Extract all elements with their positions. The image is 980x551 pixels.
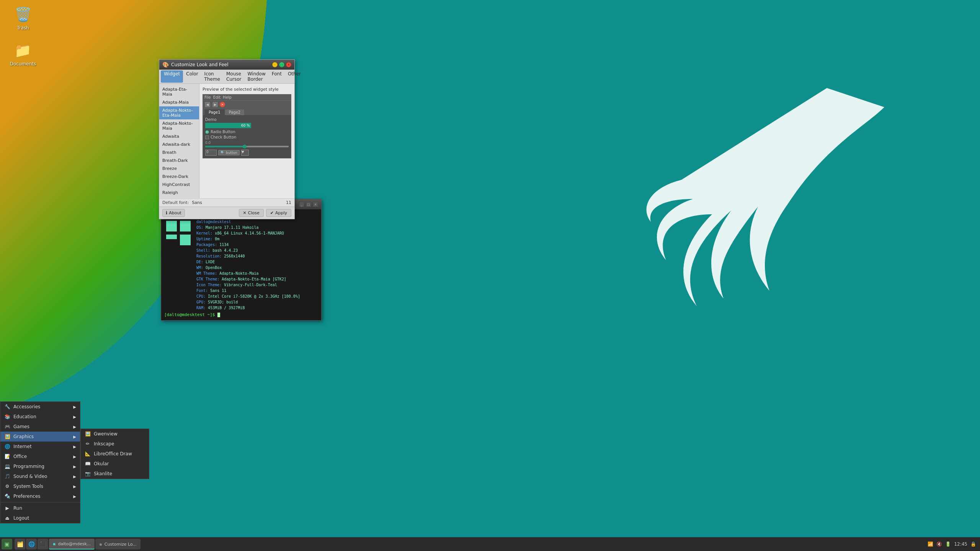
widget-highcontrast[interactable]: HighContrast	[159, 181, 199, 189]
preview-radio-button[interactable]	[205, 130, 209, 134]
preview-search-btn[interactable]: 🔍 button	[218, 150, 240, 155]
accessories-arrow: ▶	[73, 405, 76, 409]
inkscape-icon: ✏️	[85, 441, 91, 447]
info-wm-theme: Adapta-Nokto-Maia	[219, 271, 258, 276]
widget-adwaita-dark[interactable]: Adwaita-dark	[159, 140, 199, 148]
taskbar-file-manager[interactable]: 🗂️	[15, 539, 25, 549]
education-icon: 📚	[4, 414, 10, 420]
preview-back-btn[interactable]: ◀	[204, 101, 211, 108]
menu-graphics[interactable]: 🖼️ Graphics ▶	[0, 432, 80, 442]
preview-tabs: Page1 Page2	[203, 108, 291, 115]
terminal-close-btn[interactable]: ×	[313, 202, 318, 207]
minimize-button[interactable]: -	[272, 62, 278, 67]
menu-system-tools[interactable]: ⚙️ System Tools ▶	[0, 481, 80, 491]
taskbar-network-icon[interactable]: 📶	[928, 541, 933, 547]
graphics-arrow: ▶	[73, 435, 76, 439]
taskbar-battery-icon[interactable]: 🔋	[945, 541, 951, 547]
tab-font[interactable]: Font	[269, 70, 285, 83]
preview-spinbox[interactable]: 0	[205, 150, 217, 156]
taskbar-lock-icon[interactable]: 🔒	[970, 541, 976, 547]
terminal-minimize-btn[interactable]: _	[299, 202, 304, 207]
preview-fwd-btn[interactable]: ▶	[212, 101, 218, 108]
documents-icon[interactable]: 📁 Documents	[8, 40, 38, 68]
submenu-skanlite[interactable]: 📷 Skanlite	[81, 469, 149, 479]
tab-other[interactable]: Other	[285, 70, 304, 83]
taskbar-terminal-window[interactable]: ▪ dalto@mdesk...	[49, 539, 95, 549]
programming-label: Programming	[13, 464, 44, 469]
widget-adapta-maia[interactable]: Adapta-Maia	[159, 98, 199, 106]
taskbar-volume-icon[interactable]: 🔇	[936, 541, 942, 547]
search-icon: 🔍	[220, 151, 225, 155]
close-window-button[interactable]: ×	[286, 62, 291, 67]
about-label: About	[169, 210, 181, 215]
libreoffice-draw-label: LibreOffice Draw	[94, 451, 132, 456]
menu-run[interactable]: ▶ Run	[0, 503, 80, 513]
widget-breeze-dark[interactable]: Breeze-Dark	[159, 173, 199, 181]
info-de: LXDE	[206, 260, 215, 264]
app-menu-button[interactable]: ▣	[2, 539, 12, 549]
menu-accessories[interactable]: 🔧 Accessories ▶	[0, 402, 80, 412]
preview-checkbox-box[interactable]	[205, 135, 209, 139]
internet-icon: 🌐	[4, 443, 10, 450]
info-packages: 1134	[219, 243, 229, 247]
preview-menu-file[interactable]: File	[204, 95, 211, 99]
menu-education[interactable]: 📚 Education ▶	[0, 412, 80, 422]
taskbar-customize-window[interactable]: ▪ Customize Lo...	[95, 539, 140, 549]
preview-combo[interactable]: ▼	[241, 150, 249, 156]
close-label: Close	[248, 210, 260, 215]
menu-office[interactable]: 📝 Office ▶	[0, 452, 80, 461]
taskbar: ▣ 🗂️ 🌐 ⬛ ▪ dalto@mdesk... ▪ Customize Lo…	[0, 537, 980, 551]
terminal-maximize-btn[interactable]: □	[306, 202, 311, 207]
tab-icon-theme[interactable]: Icon Theme	[201, 70, 223, 83]
menu-internet[interactable]: 🌐 Internet ▶	[0, 442, 80, 452]
taskbar-apps: 🗂️ 🌐 ⬛ ▪ dalto@mdesk... ▪ Customize Lo..…	[12, 539, 928, 549]
widget-adapta-nokto-eta-maia[interactable]: Adapta-Nokto-Eta-Maia	[159, 106, 199, 119]
taskbar-terminal-icon[interactable]: ⬛	[38, 539, 48, 549]
games-label: Games	[13, 424, 29, 429]
desktop: 🗑️ Trash 📁 Documents 🎨 Customize Look an…	[0, 0, 980, 551]
preview-tab-page1[interactable]: Page1	[204, 109, 225, 115]
info-username: dalto@mdesktest	[196, 220, 231, 224]
widget-breath-dark[interactable]: Breath-Dark	[159, 156, 199, 165]
maximize-button[interactable]: □	[279, 62, 284, 67]
menu-preferences[interactable]: 🔩 Preferences ▶	[0, 491, 80, 501]
libreoffice-draw-icon: 📐	[85, 451, 91, 457]
submenu-libreoffice-draw[interactable]: 📐 LibreOffice Draw	[81, 449, 149, 459]
info-wm: OpenBox	[206, 266, 222, 270]
preview-radio: Radio Button	[205, 130, 289, 134]
tab-color[interactable]: Color	[183, 70, 201, 83]
widget-adwaita[interactable]: Adwaita	[159, 132, 199, 140]
submenu-inkscape[interactable]: ✏️ Inkscape	[81, 439, 149, 449]
menu-logout[interactable]: ⏏ Logout	[0, 513, 80, 523]
menu-sound-video[interactable]: 🎵 Sound & Video ▶	[0, 471, 80, 481]
tab-widget[interactable]: Widget	[161, 70, 183, 83]
widget-adapta-eta-maia[interactable]: Adapta-Eta-Maia	[159, 85, 199, 98]
widget-breath[interactable]: Breath	[159, 148, 199, 156]
apply-button[interactable]: ✔ Apply	[266, 209, 291, 217]
preview-slider-track[interactable]	[205, 146, 289, 147]
widget-list: Adapta-Eta-Maia Adapta-Maia Adapta-Nokto…	[159, 84, 199, 198]
menu-games[interactable]: 🎮 Games ▶	[0, 422, 80, 432]
close-button[interactable]: ✕ Close	[239, 209, 264, 217]
games-icon: 🎮	[4, 424, 10, 430]
terminal-body[interactable]: [dalto@mdesktest ~]$ screenfetch	[161, 209, 321, 320]
submenu-okular[interactable]: 📖 Okular	[81, 459, 149, 469]
widget-adapta-nokto-maia[interactable]: Adapta-Nokto-Maia	[159, 119, 199, 132]
menu-programming[interactable]: 💻 Programming ▶	[0, 461, 80, 471]
customize-body: Adapta-Eta-Maia Adapta-Maia Adapta-Nokto…	[159, 84, 294, 198]
taskbar-web-browser[interactable]: 🌐	[26, 539, 37, 549]
preview-tab-page2[interactable]: Page2	[225, 109, 245, 115]
preview-stop-btn[interactable]: ✕	[220, 102, 225, 107]
tab-mouse-cursor[interactable]: Mouse Cursor	[223, 70, 244, 83]
about-button[interactable]: ℹ️ About	[162, 209, 185, 217]
customize-tabs: Widget Color Icon Theme Mouse Cursor Win…	[159, 70, 294, 84]
terminal-task-icon: ▪	[53, 541, 56, 546]
apply-icon: ✔	[270, 210, 274, 215]
trash-icon[interactable]: 🗑️ Trash	[12, 4, 34, 32]
widget-breeze[interactable]: Breeze	[159, 165, 199, 173]
widget-raleigh[interactable]: Raleigh	[159, 189, 199, 197]
preview-menu-help[interactable]: Help	[223, 95, 232, 99]
preview-menu-edit[interactable]: Edit	[213, 95, 220, 99]
submenu-gwenview[interactable]: 🖼️ Gwenview	[81, 429, 149, 439]
tab-window-border[interactable]: Window Border	[244, 70, 268, 83]
